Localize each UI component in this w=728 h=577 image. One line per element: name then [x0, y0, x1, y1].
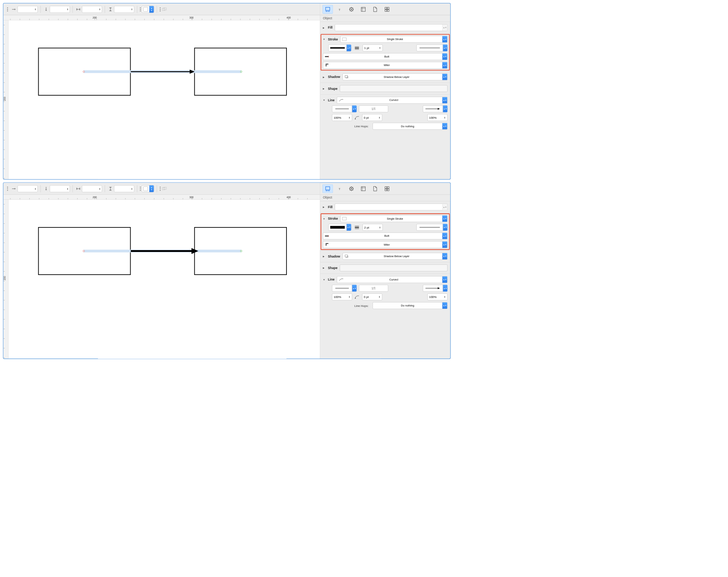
- fill-guides-icon: [140, 7, 141, 11]
- line-bezier-field[interactable]: ▲▼: [362, 114, 382, 121]
- canvas[interactable]: [9, 200, 320, 358]
- stroke-position-icon[interactable]: [355, 226, 359, 229]
- tab-properties[interactable]: [346, 5, 357, 13]
- line-end-percent-field[interactable]: ▲▼: [427, 294, 447, 300]
- width-stepper[interactable]: ▲▼: [82, 6, 102, 13]
- stroke-sample-dropdown[interactable]: ▲▼: [328, 45, 351, 51]
- disclosure-triangle-icon[interactable]: ▼: [323, 217, 325, 220]
- fill-color-dropdown[interactable]: ▲▼: [142, 185, 154, 192]
- tab-properties[interactable]: [346, 184, 357, 193]
- line-type-dropdown[interactable]: Curved ▲▼: [337, 276, 447, 283]
- shadow-icon: [343, 255, 351, 258]
- line-direction-toggle[interactable]: [359, 285, 388, 292]
- svg-rect-48: [385, 189, 387, 191]
- tab-canvas[interactable]: [358, 184, 368, 193]
- shadow-label: Shadow: [328, 255, 340, 258]
- disclosure-triangle-icon[interactable]: ▼: [323, 278, 325, 281]
- format-toolbar: ▲▼ ▲▼ ▲▼ ▲▼ ▲▼: [3, 183, 320, 195]
- stroke-width-field[interactable]: ▲▼: [363, 45, 383, 51]
- y-position-stepper[interactable]: ▲▼: [50, 6, 70, 13]
- shadow-value-label: Shadow Below Layer: [351, 75, 442, 79]
- stroke-cap-dropdown[interactable]: Butt ▲▼: [323, 53, 447, 60]
- x-position-stepper[interactable]: ▲▼: [17, 6, 37, 13]
- line-hops-dropdown[interactable]: Do nothing ▲▼: [373, 302, 447, 309]
- line-start-dropdown[interactable]: ▲▼: [332, 105, 357, 112]
- line-end-dropdown[interactable]: ▲▼: [423, 285, 447, 292]
- tab-grid[interactable]: [382, 5, 392, 13]
- overlay-mode-icon[interactable]: [161, 186, 167, 191]
- fill-color-dropdown[interactable]: ▲▼: [142, 6, 154, 13]
- tab-grid[interactable]: [382, 184, 392, 193]
- line-start-dropdown[interactable]: ▲▼: [332, 285, 357, 292]
- stroke-join-dropdown[interactable]: Miter ▲▼: [323, 62, 447, 69]
- stroke-label: Stroke: [328, 217, 338, 220]
- height-stepper[interactable]: ▲▼: [114, 185, 134, 192]
- fill-type-dropdown[interactable]: ▲▼: [335, 204, 447, 210]
- shape-type-field[interactable]: [340, 85, 447, 92]
- fill-type-dropdown[interactable]: ▲▼: [335, 24, 447, 31]
- stroke-cap-dropdown[interactable]: Butt ▲▼: [323, 233, 447, 239]
- stroke-sample-dropdown[interactable]: ▲▼: [328, 224, 351, 230]
- connector-end-handle[interactable]: [240, 250, 242, 252]
- tab-canvas[interactable]: [358, 5, 368, 13]
- line-direction-toggle[interactable]: [359, 105, 388, 112]
- inspector-tabs: T: [320, 183, 450, 195]
- line-end-percent-field[interactable]: ▲▼: [427, 114, 447, 121]
- stroke-pattern-dropdown[interactable]: ▲▼: [416, 224, 447, 230]
- stroke-pattern-dropdown[interactable]: ▲▼: [416, 45, 447, 51]
- disclosure-triangle-icon[interactable]: ▶: [323, 26, 325, 29]
- stroke-cap-label: Butt: [331, 235, 442, 238]
- section-stroke: ▼ Stroke Single Stroke ▲▼ ▲▼ ▲▼ ▲▼ B: [320, 213, 450, 250]
- line-start-percent-field[interactable]: ▲▼: [332, 294, 352, 300]
- connector-start-handle[interactable]: [83, 71, 85, 73]
- width-stepper[interactable]: ▲▼: [82, 185, 102, 192]
- tab-text[interactable]: T: [334, 5, 345, 13]
- connector-end-handle[interactable]: [240, 71, 242, 73]
- shape-label: Shape: [328, 87, 338, 91]
- line-end-dropdown[interactable]: ▲▼: [423, 105, 447, 112]
- x-position-icon: [11, 186, 17, 191]
- x-position-stepper[interactable]: ▲▼: [17, 185, 37, 192]
- connector-start-handle[interactable]: [83, 250, 85, 252]
- disclosure-triangle-icon[interactable]: ▶: [323, 76, 325, 78]
- svg-line-13: [352, 8, 353, 8]
- height-stepper[interactable]: ▲▼: [114, 6, 134, 13]
- svg-rect-19: [385, 10, 387, 12]
- stroke-width-field[interactable]: ▲▼: [363, 224, 383, 230]
- shape-type-field[interactable]: [340, 265, 447, 271]
- line-bezier-field[interactable]: ▲▼: [362, 294, 382, 300]
- section-shadow: ▶ Shadow Shadow Below Layer ▲▼: [320, 71, 450, 82]
- disclosure-triangle-icon[interactable]: ▶: [323, 267, 325, 269]
- tab-document[interactable]: [370, 184, 380, 193]
- disclosure-triangle-icon[interactable]: ▶: [323, 255, 325, 258]
- disclosure-triangle-icon[interactable]: ▼: [323, 99, 325, 102]
- disclosure-triangle-icon[interactable]: ▼: [323, 38, 325, 40]
- disclosure-triangle-icon[interactable]: ▶: [323, 206, 325, 208]
- stroke-color-swatch[interactable]: [342, 37, 346, 41]
- line-type-dropdown[interactable]: Curved ▲▼: [337, 97, 447, 104]
- tab-document[interactable]: [370, 5, 380, 13]
- format-toolbar: ▲▼ ▲▼ ▲▼ ▲▼ ▲▼: [3, 3, 320, 15]
- stroke-type-dropdown[interactable]: Single Stroke ▲▼: [340, 215, 447, 222]
- canvas[interactable]: [9, 20, 320, 179]
- tab-object[interactable]: [322, 184, 333, 193]
- tab-text[interactable]: T: [334, 184, 345, 193]
- line-hops-label: Line Hops:: [332, 304, 368, 307]
- overlay-mode-icon[interactable]: [161, 7, 167, 12]
- stroke-sample-line: [330, 47, 345, 48]
- line-start-percent-field[interactable]: ▲▼: [332, 114, 352, 121]
- y-position-stepper[interactable]: ▲▼: [50, 185, 70, 192]
- tab-object[interactable]: [322, 5, 333, 13]
- stroke-position-icon[interactable]: [355, 46, 359, 49]
- disclosure-triangle-icon[interactable]: ▶: [323, 87, 325, 90]
- line-hops-dropdown[interactable]: Do nothing ▲▼: [373, 123, 447, 130]
- inspector-tabs: T: [320, 3, 450, 15]
- stroke-join-dropdown[interactable]: Miter ▲▼: [323, 241, 447, 248]
- shadow-type-dropdown[interactable]: Shadow Below Layer ▲▼: [342, 253, 447, 259]
- shadow-type-dropdown[interactable]: Shadow Below Layer ▲▼: [342, 73, 447, 80]
- stroke-type-dropdown[interactable]: Single Stroke ▲▼: [340, 36, 447, 43]
- stroke-color-swatch[interactable]: [342, 217, 346, 220]
- svg-rect-43: [361, 187, 365, 191]
- inspector-title: Object: [320, 195, 450, 201]
- width-icon: [76, 7, 81, 12]
